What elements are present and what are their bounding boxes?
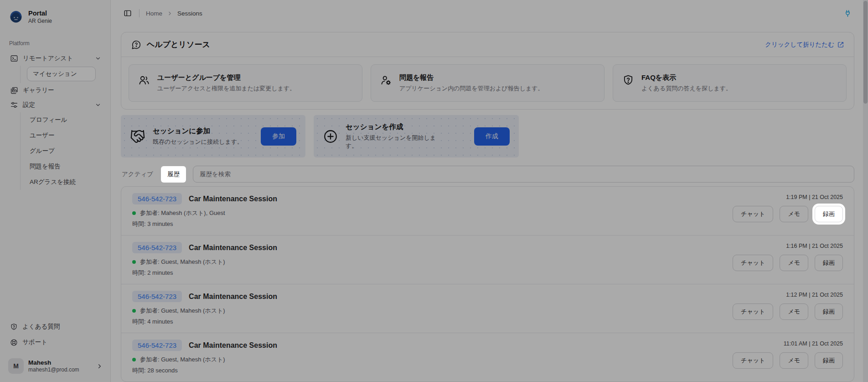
chat-button[interactable]: チャット: [733, 304, 773, 320]
tab-active-sessions[interactable]: アクティブ: [121, 167, 154, 181]
create-session-title: セッションを作成: [346, 122, 446, 132]
record-button[interactable]: 録画: [815, 206, 843, 222]
session-duration: 時間: 3 minutes: [132, 220, 277, 228]
memo-button[interactable]: メモ: [780, 352, 808, 369]
session-row: 546-542-723 Car Maintenance Session 参加者:…: [121, 333, 854, 382]
app-logo-icon: [8, 9, 24, 25]
topbar: Home Sessions: [121, 0, 854, 26]
session-duration: 時間: 28 seconds: [132, 366, 277, 375]
session-tabs: アクティブ 履歴: [121, 166, 854, 183]
session-id-badge[interactable]: 546-542-723: [132, 340, 182, 351]
create-session-panel: セッションを作成 新しい支援セッションを開始します。 作成: [314, 115, 519, 157]
card-title: ユーザーとグループを管理: [157, 73, 295, 82]
sidebar-item-gallery[interactable]: ギャラリー: [7, 83, 104, 98]
main-content: Home Sessions ヘルプとリソース: [111, 0, 868, 382]
memo-button[interactable]: メモ: [780, 255, 808, 271]
divider: [139, 9, 140, 17]
tab-history[interactable]: 履歴: [161, 167, 186, 182]
session-row: 546-542-723 Car Maintenance Session 参加者:…: [121, 284, 854, 333]
join-session-title: セッションに参加: [153, 126, 243, 136]
sidebar-item-profile[interactable]: プロフィール: [27, 112, 104, 128]
sidebar-item-report-issue[interactable]: 問題を報告: [27, 159, 104, 174]
session-participants: 参加者: Guest, Mahesh (ホスト): [140, 307, 225, 315]
memo-button[interactable]: メモ: [780, 206, 808, 222]
join-session-desc: 既存のセッションに接続します。: [153, 138, 243, 146]
shield-question-icon: [10, 323, 18, 331]
chat-button[interactable]: チャット: [733, 352, 773, 369]
settings-children: プロフィール ユーザー グループ 問題を報告 ARグラスを接続: [20, 112, 104, 190]
sidebar: Portal AR Genie Platform リモートアシスト マイセッショ…: [0, 0, 111, 382]
sidebar-item-connect-ar-glass[interactable]: ARグラスを接続: [27, 174, 104, 190]
plus-circle-icon: [323, 129, 338, 144]
sidebar-item-users[interactable]: ユーザー: [27, 128, 104, 143]
card-title: FAQを表示: [641, 73, 732, 82]
session-participants: 参加者: Guest, Mahesh (ホスト): [140, 258, 225, 266]
status-dot: [132, 358, 136, 361]
join-button[interactable]: 参加: [261, 127, 296, 146]
sidebar-item-remote-assist[interactable]: リモートアシスト: [7, 51, 104, 66]
footer-item-label: よくある質問: [22, 323, 60, 331]
breadcrumb-current: Sessions: [177, 10, 202, 17]
scrollbar[interactable]: [863, 0, 868, 382]
chevron-right-icon: [96, 363, 103, 370]
status-dot: [132, 211, 136, 215]
session-duration: 時間: 4 minutes: [132, 318, 277, 326]
session-participants: 参加者: Guest, Mahesh (ホスト): [140, 356, 225, 364]
breadcrumb-home[interactable]: Home: [146, 10, 162, 17]
manage-users-groups-card[interactable]: ユーザーとグループを管理 ユーザーアクセスと権限を追加または変更します。: [129, 64, 362, 102]
session-timestamp: 1:12 PM | 21 Oct 2025: [786, 292, 843, 298]
card-title: 問題を報告: [399, 73, 544, 82]
gallery-icon: [10, 86, 18, 94]
collapse-link-label: クリックして折りたたむ: [765, 41, 834, 49]
session-participants: 参加者: Mahesh (ホスト), Guest: [140, 209, 225, 217]
chevron-down-icon: [95, 102, 101, 108]
chat-button[interactable]: チャット: [733, 255, 773, 271]
record-button[interactable]: 録画: [815, 352, 843, 369]
session-timestamp: 1:16 PM | 21 Oct 2025: [786, 243, 843, 249]
view-faq-card[interactable]: FAQを表示 よくある質問の答えを探します。: [613, 64, 847, 102]
create-session-desc: 新しい支援セッションを開始します。: [346, 134, 446, 150]
history-search-input[interactable]: [193, 166, 854, 183]
lifebuoy-icon: [10, 339, 18, 346]
user-name: Mahesh: [28, 359, 79, 367]
plug-icon[interactable]: [841, 6, 854, 20]
record-button[interactable]: 録画: [815, 255, 843, 271]
users-icon: [138, 74, 150, 86]
session-duration: 時間: 2 minutes: [132, 269, 277, 277]
help-panel-header: ヘルプとリソース クリックして折りたたむ: [121, 32, 854, 57]
terminal-icon: [10, 54, 18, 63]
session-list: 546-542-723 Car Maintenance Session 参加者:…: [121, 186, 854, 382]
sidebar-item-groups[interactable]: グループ: [27, 143, 104, 159]
chat-button[interactable]: チャット: [733, 206, 773, 222]
user-menu[interactable]: M Mahesh mahesh1@prod.com: [7, 356, 104, 376]
brand[interactable]: Portal AR Genie: [7, 7, 104, 25]
sidebar-item-settings[interactable]: 設定: [7, 98, 104, 112]
chevron-right-icon: [167, 10, 173, 16]
session-id-badge[interactable]: 546-542-723: [132, 291, 182, 302]
session-id-badge[interactable]: 546-542-723: [132, 242, 182, 253]
sidebar-item-faq[interactable]: よくある質問: [7, 319, 104, 335]
handshake-icon: [130, 129, 145, 144]
sidebar-item-support[interactable]: サポート: [7, 335, 104, 350]
create-button[interactable]: 作成: [474, 127, 510, 146]
scrollbar-thumb[interactable]: [863, 1, 868, 104]
user-email: mahesh1@prod.com: [28, 366, 79, 373]
report-issue-card[interactable]: 問題を報告 アプリケーション内の問題を管理および報告します。: [371, 64, 604, 102]
help-panel: ヘルプとリソース クリックして折りたたむ ユーザーとグルー: [121, 32, 854, 110]
sidebar-item-my-session[interactable]: マイセッション: [27, 67, 96, 81]
session-title: Car Maintenance Session: [189, 244, 277, 252]
app-title: Portal: [28, 10, 52, 17]
sidebar-item-label: 設定: [23, 101, 35, 109]
help-panel-title: ヘルプとリソース: [147, 39, 210, 50]
chevron-down-icon: [95, 55, 101, 62]
sidebar-toggle-button[interactable]: [121, 6, 134, 20]
status-dot: [132, 309, 136, 313]
record-button[interactable]: 録画: [815, 304, 843, 320]
app-subtitle: AR Genie: [28, 18, 52, 24]
memo-button[interactable]: メモ: [780, 304, 808, 320]
platform-section-label: Platform: [9, 40, 104, 47]
help-cards: ユーザーとグループを管理 ユーザーアクセスと権限を追加または変更します。 問題を…: [121, 57, 854, 109]
session-timestamp: 1:19 PM | 21 Oct 2025: [786, 194, 843, 200]
collapse-help-link[interactable]: クリックして折りたたむ: [765, 41, 844, 49]
session-id-badge[interactable]: 546-542-723: [132, 193, 182, 204]
